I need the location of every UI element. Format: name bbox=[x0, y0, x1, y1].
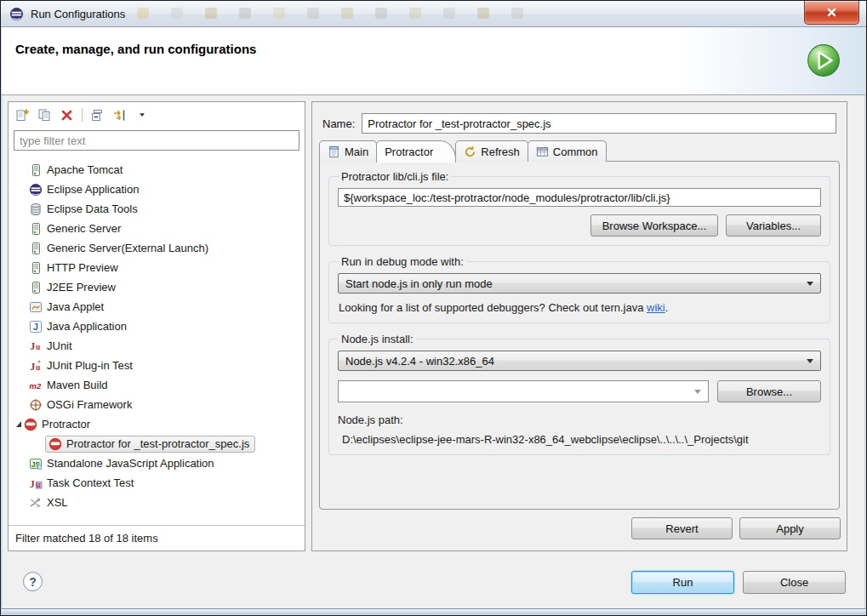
server-icon bbox=[29, 281, 43, 294]
tree-item-xsl[interactable]: XSL bbox=[9, 493, 304, 512]
titlebar: Run Configurations bbox=[1, 1, 866, 27]
svg-text:m2: m2 bbox=[30, 380, 42, 390]
tree-item-content: Eclipse Data Tools bbox=[29, 202, 138, 216]
tree-item-http-preview[interactable]: HTTP Preview bbox=[9, 258, 304, 277]
maven-icon: m2 bbox=[29, 379, 43, 392]
run-button[interactable]: Run bbox=[631, 571, 734, 594]
applet-icon bbox=[29, 300, 43, 314]
osgi-icon bbox=[29, 398, 43, 412]
tree-item-junit[interactable]: JuJUnit bbox=[9, 336, 304, 356]
tree-item-apache-tomcat[interactable]: Apache Tomcat bbox=[9, 160, 304, 180]
debug-mode-combo[interactable]: Start node.js in only run mode bbox=[338, 273, 821, 294]
window-close-button[interactable] bbox=[804, 1, 859, 25]
apply-button[interactable]: Apply bbox=[739, 517, 841, 539]
eclipse-logo-icon bbox=[9, 7, 24, 21]
svg-text:J: J bbox=[33, 322, 38, 332]
tree-item-content: Generic Server(External Launch) bbox=[29, 242, 208, 255]
tree-item-label: Generic Server bbox=[47, 222, 121, 235]
tree-item-generic-server[interactable]: Generic Server bbox=[9, 219, 304, 238]
tree-item-content: JSStandalone JavaScript Application bbox=[29, 457, 214, 471]
tree-item-java-applet[interactable]: Java Applet bbox=[9, 297, 304, 317]
tree-item-label: Java Application bbox=[47, 320, 127, 333]
tree-item-j2ee-preview[interactable]: J2EE Preview bbox=[9, 277, 304, 297]
menu-caret-icon bbox=[138, 111, 146, 119]
task-context-icon: Ju bbox=[29, 476, 43, 490]
tree-item-eclipse-application[interactable]: Eclipse Application bbox=[9, 180, 304, 199]
node-install-combo[interactable]: Node.js v4.2.4 - win32.x86_64 bbox=[338, 351, 821, 371]
tree-item-content: JJava Application bbox=[29, 320, 127, 334]
document-icon bbox=[328, 145, 340, 158]
node-install-combo-value: Node.js v4.2.4 - win32.x86_64 bbox=[345, 355, 494, 368]
tree-selected-item: Protractor for _test-protractor_spec.js bbox=[45, 436, 255, 453]
filter-menu-button[interactable] bbox=[134, 107, 150, 123]
variables-button[interactable]: Variables... bbox=[726, 214, 821, 237]
tree-item-eclipse-data-tools[interactable]: Eclipse Data Tools bbox=[9, 199, 304, 219]
junit-plugin-icon: Ju bbox=[29, 359, 43, 373]
protractor-tab-content: Protractor lib/cli.js file: Browse Works… bbox=[319, 161, 840, 510]
cli-file-input[interactable] bbox=[338, 188, 821, 207]
tree-item-label: OSGi Framework bbox=[47, 398, 132, 411]
server-icon bbox=[29, 242, 43, 255]
tab-label: Protractor bbox=[385, 145, 433, 158]
tree-item-standalone-javascript-application[interactable]: JSStandalone JavaScript Application bbox=[9, 453, 304, 473]
tree-item-label: XSL bbox=[47, 496, 68, 509]
tree-item-generic-server-external-launch[interactable]: Generic Server(External Launch) bbox=[9, 238, 304, 258]
help-button[interactable]: ? bbox=[23, 572, 43, 591]
tab-protractor[interactable]: Protractor bbox=[376, 140, 456, 163]
new-configuration-button[interactable] bbox=[14, 107, 31, 123]
browse-button[interactable]: Browse... bbox=[717, 380, 821, 402]
tree-item-content: JuJUnit bbox=[29, 339, 72, 353]
browse-workspace-button[interactable]: Browse Workspace... bbox=[590, 214, 718, 237]
tree-item-label: JUnit bbox=[47, 339, 72, 352]
node-custom-path-combo[interactable] bbox=[338, 380, 709, 402]
duplicate-configuration-button[interactable] bbox=[37, 107, 53, 123]
tree-item-content: Java Applet bbox=[29, 300, 104, 314]
tab-label: Common bbox=[553, 145, 598, 158]
new-config-icon bbox=[15, 108, 30, 123]
tree-item-task-context-test[interactable]: JuTask Context Test bbox=[9, 473, 304, 493]
debug-mode-group-legend: Run in debug mode with: bbox=[339, 255, 466, 268]
tab-refresh[interactable]: Refresh bbox=[455, 140, 528, 162]
tree-expander-icon[interactable] bbox=[16, 421, 21, 427]
tree-item-label: Standalone JavaScript Application bbox=[47, 457, 214, 470]
launch-configurations-panel: Apache TomcatEclipse ApplicationEclipse … bbox=[8, 101, 305, 551]
wiki-link[interactable]: wiki bbox=[647, 301, 665, 314]
node-path-label: Node.js path: bbox=[338, 414, 821, 426]
js-icon: JS bbox=[29, 457, 43, 471]
tree-item-osgi-framework[interactable]: OSGi Framework bbox=[9, 395, 304, 414]
tree-item-maven-build[interactable]: m2Maven Build bbox=[9, 375, 304, 395]
tab-label: Refresh bbox=[481, 145, 520, 158]
tab-common[interactable]: Common bbox=[528, 140, 607, 162]
tree-item-junit-plug-in-test[interactable]: JuJUnit Plug-in Test bbox=[9, 356, 304, 375]
filter-input[interactable] bbox=[14, 130, 299, 151]
svg-text:u: u bbox=[37, 481, 42, 489]
tree-item-content: m2Maven Build bbox=[29, 379, 108, 392]
tree-item-content: Apache Tomcat bbox=[29, 163, 123, 177]
collapse-all-button[interactable] bbox=[89, 107, 106, 123]
window-bottom-frame bbox=[2, 608, 865, 614]
cli-file-group: Protractor lib/cli.js file: Browse Works… bbox=[328, 170, 830, 246]
collapse-all-icon bbox=[90, 108, 105, 123]
filter-configurations-button[interactable] bbox=[111, 107, 128, 123]
dialog-header-title: Create, manage, and run configurations bbox=[15, 42, 256, 56]
tree-item-label: Java Applet bbox=[47, 300, 104, 313]
svg-text:J: J bbox=[31, 362, 36, 372]
revert-button[interactable]: Revert bbox=[631, 517, 733, 539]
tree-item-protractor-for-test-protractor-spec-js[interactable]: Protractor for _test-protractor_spec.js bbox=[9, 434, 304, 453]
tab-main[interactable]: Main bbox=[319, 140, 377, 162]
tree-item-content: JuJUnit Plug-in Test bbox=[29, 359, 133, 373]
tree-item-label: Task Context Test bbox=[47, 476, 134, 489]
tree-item-content: Generic Server bbox=[29, 222, 121, 236]
name-label: Name: bbox=[322, 117, 355, 130]
configuration-name-input[interactable] bbox=[362, 113, 836, 134]
tree-item-label: J2EE Preview bbox=[47, 281, 116, 294]
dialog-header-banner: Create, manage, and run configurations bbox=[2, 27, 865, 95]
close-button[interactable]: Close bbox=[743, 571, 846, 594]
server-icon bbox=[29, 261, 43, 275]
tree-item-content: J2EE Preview bbox=[29, 281, 116, 294]
node-path-value: D:\eclipses\eclipse-jee-mars-R-win32-x86… bbox=[338, 433, 821, 446]
tree-item-protractor[interactable]: Protractor bbox=[9, 414, 304, 434]
debuggers-hint-suffix: . bbox=[665, 301, 669, 314]
delete-configuration-button[interactable] bbox=[59, 107, 75, 123]
tree-item-java-application[interactable]: JJava Application bbox=[9, 317, 304, 336]
